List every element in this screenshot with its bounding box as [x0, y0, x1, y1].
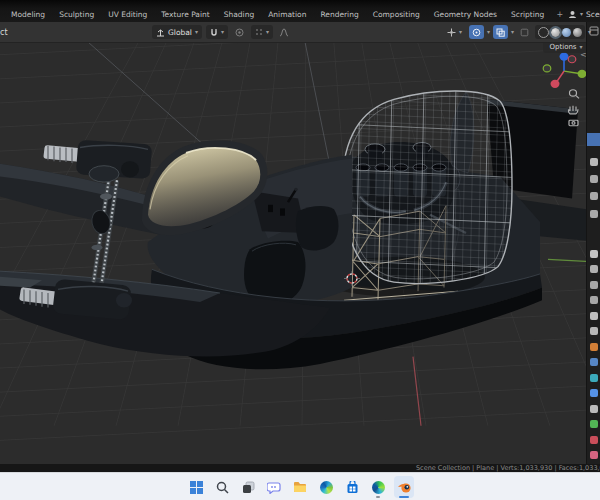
- gizmos-dropdown[interactable]: ▾: [443, 25, 466, 39]
- tab-compositing[interactable]: Compositing: [366, 7, 427, 22]
- chevron-down-icon[interactable]: ▾: [487, 29, 490, 35]
- edge-icon: [320, 481, 333, 494]
- chevron-down-icon: ▾: [195, 29, 198, 35]
- properties-tab-icon[interactable]: [590, 250, 598, 258]
- xray-toggle[interactable]: [493, 25, 508, 39]
- microsoft-store-button[interactable]: [342, 476, 362, 498]
- tab-modeling[interactable]: Modeling: [4, 7, 52, 22]
- chevron-down-icon: ▾: [266, 29, 269, 35]
- active-indicator: [399, 496, 409, 498]
- file-explorer-button[interactable]: [290, 476, 310, 498]
- orientation-label: Global: [168, 28, 192, 37]
- add-workspace-button[interactable]: +: [551, 7, 568, 22]
- workspace-tabs: Modeling Sculpting UV Editing Texture Pa…: [0, 7, 568, 22]
- task-view-button[interactable]: [238, 476, 258, 498]
- edge-browser-button[interactable]: [316, 476, 336, 498]
- chat-button[interactable]: [264, 476, 284, 498]
- dot-grid-icon: [255, 28, 263, 36]
- edge-icon: [372, 481, 385, 494]
- scene-statistics: Scene Collection | Plane | Verts:1,033,9…: [416, 464, 600, 472]
- chevron-down-icon: ▾: [459, 29, 462, 35]
- tab-texture-paint[interactable]: Texture Paint: [154, 7, 216, 22]
- properties-tab-icon[interactable]: [590, 175, 598, 183]
- properties-tab-icon[interactable]: [590, 405, 598, 413]
- shading-rendered-button[interactable]: [573, 28, 582, 37]
- viewport-header: ct Global ▾ ▾ ▾: [0, 22, 586, 43]
- properties-tab-icon[interactable]: [590, 312, 598, 320]
- chevron-down-icon[interactable]: ▾: [588, 29, 591, 35]
- properties-tab-icon[interactable]: [590, 358, 598, 366]
- snapping-dropdown[interactable]: ▾: [206, 25, 228, 39]
- chevron-down-icon: ▾: [580, 44, 583, 50]
- windows-taskbar: [0, 472, 600, 500]
- properties-tab-icon[interactable]: [590, 327, 598, 335]
- falloff-curve-icon[interactable]: [277, 25, 292, 39]
- properties-tab-icon[interactable]: [590, 389, 598, 397]
- gizmo-x-neg[interactable]: [568, 56, 576, 63]
- shading-solid-button[interactable]: [551, 28, 560, 37]
- properties-tab-icon[interactable]: [590, 436, 598, 444]
- right-panel-strip[interactable]: [586, 22, 600, 464]
- start-button[interactable]: [186, 476, 206, 498]
- properties-tab-icon[interactable]: [590, 210, 598, 218]
- proportional-falloff-dropdown[interactable]: ▾: [251, 25, 273, 39]
- chevron-down-icon[interactable]: ▾: [511, 29, 514, 35]
- tab-geometry-nodes[interactable]: Geometry Nodes: [427, 7, 504, 22]
- tab-rendering[interactable]: Rendering: [313, 7, 365, 22]
- scene-name: Scene: [586, 10, 600, 19]
- shading-material-button[interactable]: [562, 28, 571, 37]
- shading-wireframe-button[interactable]: [538, 27, 549, 38]
- properties-tab-icon[interactable]: [590, 296, 598, 304]
- properties-tab-icon[interactable]: [590, 265, 598, 273]
- shading-mode-group: [535, 25, 585, 39]
- blender-window: Modeling Sculpting UV Editing Texture Pa…: [0, 0, 600, 500]
- viewport-canvas[interactable]: <: [0, 42, 600, 464]
- render-pass-button[interactable]: [517, 25, 532, 39]
- properties-tab-icon[interactable]: [590, 420, 598, 428]
- properties-tab-icon[interactable]: [590, 192, 598, 200]
- properties-tab-icon[interactable]: [590, 158, 598, 166]
- gizmo-icon: [447, 28, 456, 37]
- gizmo-x-axis[interactable]: [551, 80, 560, 88]
- outliner-selected-row[interactable]: [587, 133, 600, 146]
- show-overlays-toggle[interactable]: [469, 25, 484, 39]
- magnet-icon: [210, 28, 218, 37]
- scene-icon: [568, 10, 577, 19]
- tab-sculpting[interactable]: Sculpting: [52, 7, 101, 22]
- tab-uv-editing[interactable]: UV Editing: [101, 7, 154, 22]
- topbar: Modeling Sculpting UV Editing Texture Pa…: [0, 0, 600, 22]
- options-label: Options: [549, 43, 576, 51]
- properties-tab-icon[interactable]: [590, 374, 598, 382]
- gizmo-z-axis[interactable]: [560, 52, 569, 60]
- transform-orientation-dropdown[interactable]: Global ▾: [152, 25, 202, 39]
- chevron-down-icon: ▾: [221, 29, 224, 35]
- edge-running-button[interactable]: [368, 476, 388, 498]
- chevron-down-icon: ▾: [580, 11, 583, 17]
- scene-selector[interactable]: ▾ Scene: [568, 6, 600, 22]
- properties-tab-icon[interactable]: [590, 343, 598, 351]
- orientation-icon: [156, 28, 165, 37]
- menu-partial-text[interactable]: ct: [0, 28, 8, 37]
- properties-tab-icon[interactable]: [590, 281, 598, 289]
- blender-app-button[interactable]: [394, 476, 414, 498]
- tab-shading[interactable]: Shading: [217, 7, 261, 22]
- gizmo-y-neg[interactable]: [543, 65, 551, 72]
- properties-tab-icon[interactable]: [590, 451, 598, 459]
- search-button[interactable]: [212, 476, 232, 498]
- status-bar: Scene Collection | Plane | Verts:1,033,9…: [0, 464, 600, 472]
- running-indicator: [376, 496, 380, 498]
- tab-scripting[interactable]: Scripting: [504, 7, 551, 22]
- tab-animation[interactable]: Animation: [261, 7, 313, 22]
- blender-icon: [397, 481, 412, 494]
- proportional-editing-toggle[interactable]: [232, 25, 247, 39]
